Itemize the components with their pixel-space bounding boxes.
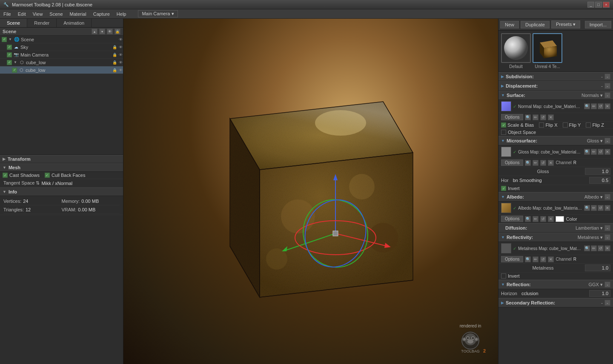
- camera-check[interactable]: [7, 52, 12, 57]
- metalness-invert-cb[interactable]: [501, 273, 506, 279]
- title-bar-controls[interactable]: _ □ ×: [587, 2, 610, 8]
- normal-map-edit-btn[interactable]: ✏: [591, 103, 597, 109]
- reflectivity-header[interactable]: ▼ Reflectivity: Metalness ▾ -: [498, 233, 613, 242]
- tree-item-camera[interactable]: 📷 Main Camera 🔒 👁: [0, 51, 123, 59]
- object-space-cb[interactable]: [501, 130, 506, 135]
- cube-parent-check[interactable]: [7, 60, 12, 65]
- flip-x-cb[interactable]: [539, 122, 544, 128]
- gloss-map-options-btn[interactable]: Options: [501, 159, 523, 166]
- metalness-opt-remove[interactable]: ✕: [548, 256, 554, 262]
- sky-check[interactable]: [7, 45, 12, 50]
- flip-z-cb[interactable]: [586, 122, 591, 128]
- scene-expand[interactable]: ▼: [8, 37, 12, 42]
- menu-material[interactable]: Material: [66, 9, 90, 18]
- surface-header[interactable]: ▼ Surface: Normals ▾ -: [498, 91, 613, 100]
- tree-item-cube-parent[interactable]: ▼ ⬡ cube_low 🔒 👁: [0, 59, 123, 66]
- new-material-button[interactable]: New: [500, 21, 519, 28]
- viewport[interactable]: rendered in TOOLBAG 2: [123, 19, 498, 364]
- normal-map-remove-btn[interactable]: ✕: [604, 103, 610, 109]
- scale-bias-cb[interactable]: [501, 122, 506, 128]
- diffusion-header[interactable]: Diffusion: Lambertian ▾ -: [498, 223, 613, 233]
- camera-vis-icon[interactable]: 👁: [118, 52, 123, 57]
- normal-map-options-btn[interactable]: Options: [501, 114, 523, 120]
- close-button[interactable]: ×: [603, 2, 610, 8]
- gloss-map-remove-btn[interactable]: ✕: [604, 149, 610, 155]
- cast-shadows-cb[interactable]: [3, 173, 8, 178]
- scene-vis-icon[interactable]: 👁: [118, 37, 123, 42]
- subdivision-header[interactable]: ▶ Subdivision: - -: [498, 72, 613, 81]
- import-button[interactable]: Import...: [585, 21, 611, 28]
- metalness-input[interactable]: [585, 264, 610, 271]
- metalness-opt-reload[interactable]: ↺: [540, 256, 546, 262]
- albedo-opt-reload[interactable]: ↺: [540, 216, 546, 222]
- menu-view[interactable]: View: [29, 9, 46, 18]
- menu-scene[interactable]: Scene: [46, 9, 66, 18]
- gloss-reload-btn[interactable]: ↺: [540, 160, 546, 166]
- albedo-edit-btn[interactable]: ✏: [591, 205, 597, 211]
- gloss-map-reload-btn[interactable]: ↺: [598, 149, 604, 155]
- cube-parent-expand[interactable]: ▼: [13, 60, 17, 65]
- cube-child-lock-icon[interactable]: 🔒: [112, 68, 117, 73]
- metalness-reload-btn[interactable]: ↺: [598, 245, 604, 251]
- normal-map-search-btn[interactable]: 🔍: [584, 103, 590, 109]
- gloss-map-search-btn[interactable]: 🔍: [584, 149, 590, 155]
- menu-file[interactable]: File: [0, 9, 14, 18]
- normal-map-opt-edit[interactable]: ✏: [533, 114, 539, 120]
- minimize-button[interactable]: _: [587, 2, 594, 8]
- subdivision-minus-btn[interactable]: -: [604, 74, 610, 80]
- reflection-minus-btn[interactable]: -: [604, 282, 610, 287]
- scene-icon-up[interactable]: ▴: [92, 28, 97, 34]
- diffusion-minus-btn[interactable]: -: [604, 225, 610, 231]
- microsurface-minus-btn[interactable]: -: [604, 138, 610, 144]
- albedo-remove-btn[interactable]: ✕: [604, 205, 610, 211]
- displacement-header[interactable]: ▶ Displacement: - -: [498, 81, 613, 91]
- microsurface-header[interactable]: ▼ Microsurface: Gloss ▾ -: [498, 136, 613, 145]
- albedo-options-btn[interactable]: Options: [501, 216, 523, 222]
- gloss-invert-cb[interactable]: [501, 186, 506, 191]
- gloss-remove-btn[interactable]: ✕: [548, 160, 554, 166]
- albedo-opt-edit[interactable]: ✏: [533, 216, 539, 222]
- albedo-opt-remove[interactable]: ✕: [548, 216, 554, 222]
- cube-parent-lock-icon[interactable]: 🔒: [112, 60, 117, 65]
- material-slot-unreal[interactable]: Unreal 4 Te...: [533, 33, 562, 69]
- displacement-minus-btn[interactable]: -: [604, 83, 610, 89]
- menu-edit[interactable]: Edit: [14, 9, 29, 18]
- tree-item-sky[interactable]: ☁ Sky 🔒 👁: [0, 43, 123, 51]
- tree-item-cube-child[interactable]: ⬡ cube_low 🔒 👁: [0, 66, 123, 74]
- tree-item-scene[interactable]: ▼ 🌐 Scene 👁: [0, 36, 123, 43]
- albedo-reload-btn[interactable]: ↺: [598, 205, 604, 211]
- reflection-horizon-input[interactable]: [589, 290, 610, 297]
- tab-animation[interactable]: Animation: [57, 19, 92, 27]
- metalness-remove-btn[interactable]: ✕: [604, 245, 610, 251]
- scene-check[interactable]: [2, 37, 7, 42]
- transform-section-header[interactable]: ▶ Transform: [0, 155, 123, 163]
- tab-scene[interactable]: Scene: [0, 19, 27, 27]
- cull-back-faces-cb[interactable]: [45, 173, 50, 178]
- metalness-opt-edit[interactable]: ✏: [533, 256, 539, 262]
- sky-vis-icon[interactable]: 👁: [118, 45, 123, 50]
- normal-map-opt-remove[interactable]: ✕: [548, 114, 554, 120]
- info-section-header[interactable]: ▼ Info: [0, 188, 123, 196]
- secondary-reflection-header[interactable]: ▶ Secondary Reflection: - -: [498, 298, 613, 307]
- albedo-opt-search[interactable]: 🔍: [525, 216, 531, 222]
- tab-render[interactable]: Render: [27, 19, 57, 27]
- normal-map-opt-reload[interactable]: ↺: [540, 114, 546, 120]
- gizmo-center[interactable]: [333, 231, 338, 236]
- surface-minus-btn[interactable]: -: [604, 92, 610, 98]
- metalness-search-btn[interactable]: 🔍: [584, 245, 590, 251]
- material-slot-default[interactable]: Default: [501, 33, 531, 69]
- scene-icon-eye[interactable]: 👁: [107, 28, 113, 34]
- sky-lock-icon[interactable]: 🔒: [112, 45, 117, 50]
- gloss-edit-btn[interactable]: ✏: [533, 160, 539, 166]
- horizon-smoothing-input[interactable]: [589, 177, 610, 184]
- albedo-minus-btn[interactable]: -: [604, 194, 610, 200]
- gloss-search-btn[interactable]: 🔍: [525, 160, 531, 166]
- albedo-header[interactable]: ▼ Albedo: Albedo ▾ -: [498, 192, 613, 202]
- cube-parent-vis-icon[interactable]: 👁: [118, 60, 123, 65]
- maximize-button[interactable]: □: [595, 2, 602, 8]
- cube-child-vis-icon[interactable]: 👁: [118, 68, 123, 73]
- mesh-section-header[interactable]: ▼ Mesh: [0, 163, 123, 172]
- camera-lock-icon[interactable]: 🔒: [112, 52, 117, 57]
- reflection-header[interactable]: ▼ Reflection: GGX ▾ -: [498, 280, 613, 289]
- scene-icon-down[interactable]: ▾: [99, 28, 105, 34]
